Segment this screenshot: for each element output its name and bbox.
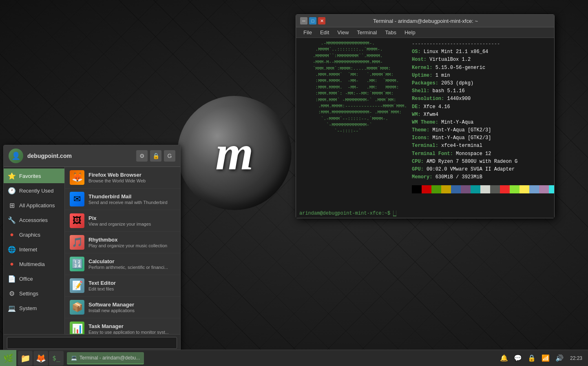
sidebar-item-all-applications[interactable]: ⊞ All Applications (4, 198, 64, 213)
app-item-taskmanager[interactable]: 📊 Task Manager Easy to use application t… (65, 318, 180, 334)
search-input[interactable] (7, 337, 177, 349)
sidebar-label-accessories: Accessories (19, 217, 48, 223)
settings-sidebar-icon: ⚙ (8, 289, 16, 297)
sidebar-item-settings[interactable]: ⚙ Settings (4, 286, 64, 301)
header-icons[interactable]: ⚙ 🔒 G (136, 150, 175, 162)
texteditor-text: Text Editor Edit text files (88, 280, 175, 291)
rhythmbox-icon: 🎵 (70, 235, 84, 250)
terminal-menu-file[interactable]: File (299, 28, 316, 37)
terminal-menubar: File Edit View Terminal Tabs Help (296, 27, 554, 38)
rhythmbox-text: Rhythmbox Play and organize your music c… (88, 237, 175, 248)
color-swatch-14 (549, 185, 554, 193)
app-item-softmgr[interactable]: 📦 Software Manager Install new applicati… (65, 297, 180, 318)
firefox-name: Firefox Web Browser (88, 172, 175, 178)
sidebar-item-internet[interactable]: 🌐 Internet (4, 242, 64, 257)
taskbar-window-terminal[interactable]: 💻 Terminal - arindam@debu... (67, 352, 144, 364)
start-menu[interactable]: 👤 debugpoint.com ⚙ 🔒 G ⭐ Favorites 🕐 Rec… (3, 145, 181, 352)
color-swatch-0 (412, 185, 422, 193)
sidebar-label-graphics: Graphics (19, 232, 40, 238)
desktop: m ─ □ ✕ Terminal - arindam@debugpoint-mi… (0, 0, 588, 366)
app-item-pix[interactable]: 🖼 Pix View and organize your images (65, 210, 180, 232)
sidebar-label-internet: Internet (19, 246, 37, 253)
terminal-menu-edit[interactable]: Edit (316, 28, 333, 37)
security-icon[interactable]: 🔒 (526, 353, 537, 363)
start-menu-header: 👤 debugpoint.com ⚙ 🔒 G (4, 145, 180, 167)
taskbar-app-files[interactable]: 📁 (18, 351, 33, 366)
app-item-calculator[interactable]: 🔢 Calculator Perform arithmetic, scienti… (65, 253, 180, 275)
softmgr-icon: 📦 (70, 300, 84, 315)
rhythmbox-name: Rhythmbox (88, 237, 175, 243)
lock-icon-button[interactable]: 🔒 (150, 150, 161, 162)
taskbar[interactable]: 🌿 📁 🦊 $_ 💻 Terminal - arindam@debu... 🔔 … (0, 350, 588, 366)
terminal-body[interactable]: .-MMMMMMMMMMMMMMMM-. .MMMM`..::::::::..`… (296, 38, 554, 209)
taskbar-right[interactable]: 🔔 💬 🔒 📶 🔊 22:23 (495, 353, 588, 363)
network-icon[interactable]: 📶 (540, 353, 551, 363)
sidebar-label-multimedia: Multimedia (19, 261, 45, 267)
accessories-icon: 🔧 (8, 216, 16, 224)
app-item-thunderbird[interactable]: ✉ Thunderbird Mail Send and receive mail… (65, 189, 180, 210)
sidebar-item-recently-used[interactable]: 🕐 Recently Used (4, 183, 64, 198)
info-gpu: GPU: 00:02.0 VMware SVGA II Adapter (412, 166, 554, 173)
sidebar-item-accessories[interactable]: 🔧 Accessories (4, 213, 64, 227)
minimize-button[interactable]: ─ (300, 17, 307, 24)
app-item-rhythmbox[interactable]: 🎵 Rhythmbox Play and organize your music… (65, 232, 180, 253)
info-de: DE: Xfce 4.16 (412, 103, 554, 111)
taskbar-app-firefox[interactable]: 🦊 (33, 351, 48, 366)
info-os: OS: Linux Mint 21.1 x86_64 (412, 48, 554, 56)
taskbar-terminal-label: Terminal - arindam@debu... (80, 355, 140, 361)
softmgr-desc: Install new applications (88, 308, 175, 313)
info-shell: Shell: bash 5.1.16 (412, 87, 554, 95)
graphics-icon: ● (8, 231, 16, 239)
info-separator1: ------------------------------ (412, 40, 554, 48)
volume-icon[interactable]: 🔊 (554, 353, 565, 363)
color-swatch-7 (480, 185, 490, 193)
pix-desc: View and organize your images (88, 222, 175, 226)
info-host: Host: VirtualBox 1.2 (412, 56, 554, 64)
files-icon: 📁 (20, 353, 31, 363)
taskmanager-name: Task Manager (88, 323, 175, 329)
color-swatch-6 (471, 185, 480, 193)
maximize-button[interactable]: □ (309, 17, 316, 24)
terminal-window[interactable]: ─ □ ✕ Terminal - arindam@debugpoint-mint… (296, 14, 555, 218)
terminal-menu-tabs[interactable]: Tabs (381, 28, 400, 37)
favorites-icon: ⭐ (8, 172, 16, 180)
extra-icon-button[interactable]: G (164, 150, 175, 162)
pix-name: Pix (88, 215, 175, 221)
sidebar-item-favorites[interactable]: ⭐ Favorites (4, 169, 64, 183)
sidebar-item-system[interactable]: 💻 System (4, 301, 64, 315)
sidebar-label-settings: Settings (19, 291, 38, 297)
thunderbird-name: Thunderbird Mail (88, 193, 175, 200)
terminal-prompt-line: arindam@debugpoint-mint-xfce:~$ █ (296, 209, 554, 218)
info-kernel: Kernel: 5.15.0-56-generic (412, 64, 554, 72)
sidebar-item-office[interactable]: 📄 Office (4, 271, 64, 286)
start-menu-body: ⭐ Favorites 🕐 Recently Used ⊞ All Applic… (4, 167, 180, 334)
sidebar-label-favorites: Favorites (19, 173, 41, 179)
close-button[interactable]: ✕ (318, 17, 325, 24)
color-swatch-13 (539, 185, 549, 193)
terminal-menu-view[interactable]: View (333, 28, 353, 37)
taskbar-app-terminal[interactable]: $_ (49, 351, 64, 366)
sidebar-item-multimedia[interactable]: ● Multimedia (4, 257, 64, 271)
app-item-texteditor[interactable]: 📝 Text Editor Edit text files (65, 275, 180, 297)
settings-icon-button[interactable]: ⚙ (136, 150, 148, 162)
notification-icon[interactable]: 🔔 (498, 353, 510, 363)
terminal-menu-terminal[interactable]: Terminal (353, 28, 381, 37)
app-item-firefox[interactable]: 🦊 Firefox Web Browser Browse the World W… (65, 167, 180, 189)
pix-icon: 🖼 (70, 213, 84, 228)
info-uptime: Uptime: 1 min (412, 72, 554, 80)
terminal-menu-help[interactable]: Help (400, 28, 420, 37)
pix-text: Pix View and organize your images (88, 215, 175, 226)
mint-logo-circle: m (177, 96, 292, 210)
sidebar-item-graphics[interactable]: ● Graphics (4, 227, 64, 242)
start-button[interactable]: 🌿 (0, 350, 16, 366)
terminal-window-controls[interactable]: ─ □ ✕ (300, 17, 325, 24)
calculator-text: Calculator Perform arithmetic, scientifi… (88, 258, 175, 270)
chat-icon[interactable]: 💬 (512, 353, 524, 363)
info-wm-theme: WM Theme: Mint-Y-Aqua (412, 119, 554, 126)
user-avatar: 👤 (9, 149, 23, 163)
sidebar-label-system: System (19, 305, 37, 311)
taskbar-pinned-apps[interactable]: 📁 🦊 $_ (16, 351, 65, 366)
color-swatch-12 (529, 185, 539, 193)
start-menu-sidebar[interactable]: ⭐ Favorites 🕐 Recently Used ⊞ All Applic… (4, 167, 65, 334)
apps-panel[interactable]: 🦊 Firefox Web Browser Browse the World W… (65, 167, 180, 334)
